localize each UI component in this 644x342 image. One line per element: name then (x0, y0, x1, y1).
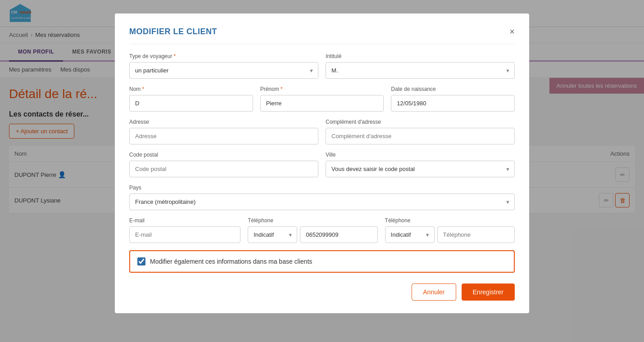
form-row-2: Nom * Prénom * Date de naissance (129, 86, 515, 112)
label-date-naissance: Date de naissance (391, 86, 515, 92)
form-group-adresse: Adresse (129, 119, 318, 144)
indicatif1-wrapper: Indicatif +33 +32 ▼ (248, 226, 297, 243)
form-group-telephone1: Téléphone Indicatif +33 +32 ▼ (248, 217, 377, 243)
code-postal-input[interactable] (129, 161, 318, 177)
modal-footer: Annuler Enregistrer (129, 284, 515, 301)
ville-wrapper: Vous devez saisir le code postal ▼ (326, 161, 515, 177)
indicatif1-select[interactable]: Indicatif +33 +32 (248, 226, 297, 243)
form-group-nom: Nom * (129, 86, 253, 112)
intitule-wrapper: M. Mme Mme et M. ▼ (326, 62, 515, 79)
save-button[interactable]: Enregistrer (462, 284, 515, 301)
label-nom: Nom * (129, 86, 253, 92)
form-row-4: Code postal Ville Vous devez saisir le c… (129, 152, 515, 177)
pays-select[interactable]: France (métropolitaine) Belgique Suisse (129, 194, 515, 210)
modal-header: MODIFIER LE CLIENT × (129, 27, 515, 44)
checkbox-label[interactable]: Modifier également ces informations dans… (150, 258, 312, 265)
indicatif2-select[interactable]: Indicatif +33 +32 (385, 226, 435, 243)
phone2-group: Indicatif +33 +32 ▼ (385, 226, 515, 243)
email-input[interactable] (129, 226, 240, 243)
modal-close-button[interactable]: × (509, 27, 515, 36)
label-code-postal: Code postal (129, 152, 318, 158)
prenom-input[interactable] (260, 95, 384, 112)
label-type-voyageur: Type de voyageur * (129, 53, 318, 59)
form-group-code-postal: Code postal (129, 152, 318, 177)
form-row-3: Adresse Complément d'adresse (129, 119, 515, 144)
adresse-input[interactable] (129, 128, 318, 144)
label-prenom: Prénom * (260, 86, 384, 92)
label-complement: Complément d'adresse (326, 119, 515, 125)
date-naissance-input[interactable] (391, 95, 515, 112)
telephone2-input[interactable] (437, 226, 515, 243)
intitule-select[interactable]: M. Mme Mme et M. (326, 62, 515, 79)
label-pays: Pays (129, 184, 515, 191)
label-telephone1: Téléphone (248, 217, 377, 224)
modify-base-checkbox[interactable] (137, 257, 145, 266)
ville-select[interactable]: Vous devez saisir le code postal (326, 161, 515, 177)
modal-title: MODIFIER LE CLIENT (129, 27, 217, 36)
form-group-type-voyageur: Type de voyageur * un particulier un pro… (129, 53, 318, 79)
pays-wrapper: France (métropolitaine) Belgique Suisse … (129, 194, 515, 210)
label-adresse: Adresse (129, 119, 318, 125)
telephone1-input[interactable] (300, 226, 377, 243)
form-group-prenom: Prénom * (260, 86, 384, 112)
form-group-telephone2: Téléphone Indicatif +33 +32 ▼ (385, 217, 515, 243)
nom-input[interactable] (129, 95, 253, 112)
type-voyageur-select[interactable]: un particulier un professionnel (129, 62, 318, 79)
cancel-button[interactable]: Annuler (412, 284, 456, 301)
complement-input[interactable] (326, 128, 515, 144)
form-group-date-naissance: Date de naissance (391, 86, 515, 112)
form-group-intitule: Intitulé M. Mme Mme et M. ▼ (326, 53, 515, 79)
form-row-5: Pays France (métropolitaine) Belgique Su… (129, 184, 515, 210)
label-intitule: Intitulé (326, 53, 515, 59)
indicatif2-wrapper: Indicatif +33 +32 ▼ (385, 226, 435, 243)
form-group-complement: Complément d'adresse (326, 119, 515, 144)
form-row-1: Type de voyageur * un particulier un pro… (129, 53, 515, 79)
type-voyageur-wrapper: un particulier un professionnel ▼ (129, 62, 318, 79)
label-ville: Ville (326, 152, 515, 158)
label-email: E-mail (129, 217, 240, 224)
form-row-6: E-mail Téléphone Indicatif +33 +32 ▼ (129, 217, 515, 243)
phone1-group: Indicatif +33 +32 ▼ (248, 226, 377, 243)
modal: MODIFIER LE CLIENT × Type de voyageur * … (115, 14, 529, 313)
label-telephone2: Téléphone (385, 217, 515, 224)
form-group-email: E-mail (129, 217, 240, 243)
form-group-ville: Ville Vous devez saisir le code postal ▼ (326, 152, 515, 177)
form-group-pays: Pays France (métropolitaine) Belgique Su… (129, 184, 515, 210)
checkbox-section: Modifier également ces informations dans… (129, 250, 515, 273)
